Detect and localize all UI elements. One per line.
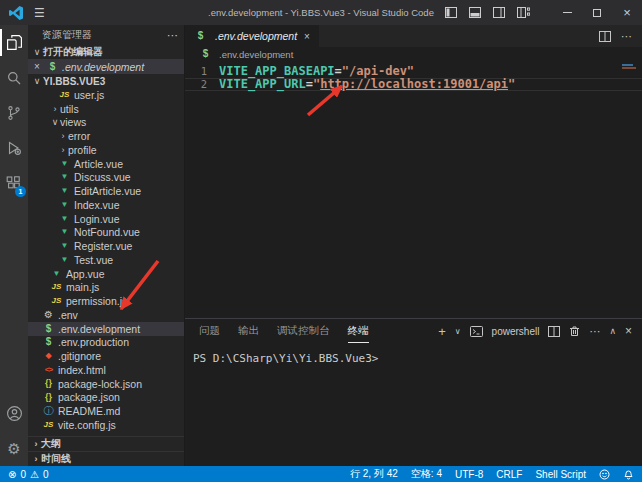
tab-env-development[interactable]: $ .env.development × [185,25,319,47]
tree-item-user.js[interactable]: JSuser.js [28,88,184,102]
tree-item-Article.vue[interactable]: ▼Article.vue [28,157,184,171]
file-label: Register.vue [74,240,132,252]
timeline-section[interactable]: › 时间线 [28,451,184,466]
json-file-icon: {} [42,379,55,388]
tree-item-main.js[interactable]: JSmain.js [28,281,184,295]
outline-section[interactable]: › 大纲 [28,436,184,451]
panel-more-actions-icon[interactable]: ⋯ [589,325,600,338]
source-control-icon[interactable] [0,95,28,130]
feedback-icon[interactable] [599,469,610,480]
run-debug-icon[interactable] [0,130,28,165]
tree-item-package.json[interactable]: {}package.json [28,391,184,405]
editor-tab-bar: $ .env.development × ⋯ [185,25,642,47]
close-tab-icon[interactable]: × [304,31,310,42]
tree-item-Register.vue[interactable]: ▼Register.vue [28,239,184,253]
tree-item-NotFound.vue[interactable]: ▼NotFound.vue [28,226,184,240]
tree-item-Index.vue[interactable]: ▼Index.vue [28,198,184,212]
panel-tab-bar: 问题输出调试控制台终端 + ∨ powershell ⋯ ∧ × [185,319,642,343]
code-line-2[interactable]: 2VITE_APP_URL="http://localhost:19001/ap… [185,78,642,92]
tree-item-error[interactable]: ›error [28,129,184,143]
shell-name[interactable]: powershell [492,326,540,337]
open-editor-item[interactable]: × $ .env.development [28,59,184,74]
tree-item-package-lock.json[interactable]: {}package-lock.json [28,377,184,391]
token-str: " [313,77,320,91]
terminal-dropdown-icon[interactable]: ∨ [455,327,461,336]
tree-item-EditArticle.vue[interactable]: ▼EditArticle.vue [28,184,184,198]
kill-terminal-trash-icon[interactable] [569,325,580,337]
menu-hamburger-icon[interactable]: ☰ [34,6,45,20]
vue-file-icon: ▼ [58,256,71,264]
vue-file-icon: ▼ [58,242,71,250]
customize-layout-icon[interactable] [517,7,530,18]
problems-status[interactable]: ⊗ 0 ⚠ 0 [8,469,48,480]
tree-item-Login.vue[interactable]: ▼Login.vue [28,212,184,226]
encoding[interactable]: UTF-8 [455,469,483,480]
maximize-button[interactable] [582,0,612,25]
toggle-sidebar-icon[interactable] [445,7,457,18]
open-editors-section[interactable]: ∨ 打开的编辑器 [28,45,184,59]
close-icon[interactable]: × [34,61,46,72]
search-icon[interactable] [0,60,28,95]
tree-item-.env.development[interactable]: $.env.development [28,322,184,336]
token-link: http://localhost:19001/api [320,77,508,91]
toggle-secondary-sidebar-icon[interactable] [493,7,505,18]
panel-tab-调试控制台[interactable]: 调试控制台 [277,319,330,343]
file-label: package.json [58,391,120,403]
close-panel-icon[interactable]: × [625,324,632,338]
tree-item-README.md[interactable]: ⓘREADME.md [28,404,184,418]
tree-item-index.html[interactable]: <>index.html [28,363,184,377]
notifications-bell-icon[interactable] [623,468,634,480]
toggle-panel-icon[interactable] [469,7,481,18]
close-window-button[interactable]: × [612,0,642,25]
tree-item-App.vue[interactable]: ▼App.vue [28,267,184,281]
project-section[interactable]: ∨ YI.BBS.VUE3 [28,74,184,88]
panel-tab-输出[interactable]: 输出 [238,319,259,343]
code-editor[interactable]: 1VITE_APP_BASEAPI="/api-dev"2VITE_APP_UR… [185,61,642,318]
settings-gear-icon[interactable]: ⚙ [0,431,28,466]
panel-tab-问题[interactable]: 问题 [199,319,220,343]
eol-sequence[interactable]: CRLF [496,469,522,480]
split-editor-icon[interactable] [599,31,611,42]
line-number: 2 [185,78,219,90]
chevron-right-icon: › [58,145,68,155]
window-controls: × [445,0,642,25]
new-terminal-icon[interactable]: + [438,324,446,339]
code-line-1[interactable]: 1VITE_APP_BASEAPI="/api-dev" [185,64,642,78]
tree-item-.env[interactable]: ⚙.env [28,308,184,322]
terminal-output[interactable]: PS D:\CSharp\Yi\Yi.BBS.Vue3> [185,343,642,365]
bottom-panel: 问题输出调试控制台终端 + ∨ powershell ⋯ ∧ × PS D:\C… [185,318,642,466]
tree-item-vite.config.js[interactable]: JSvite.config.js [28,418,184,432]
panel-tab-终端[interactable]: 终端 [348,319,369,343]
minimize-button[interactable] [552,0,582,25]
chevron-right-icon: › [31,454,41,464]
breadcrumb[interactable]: $ .env.development [185,47,642,61]
extensions-badge: 1 [15,186,26,197]
explorer-icon[interactable] [0,25,28,60]
tree-item-utils[interactable]: ›utils [28,102,184,116]
minimap[interactable] [620,63,640,69]
chevron-down-icon: ∨ [31,76,43,86]
extensions-icon[interactable]: 1 [0,165,28,200]
tree-item-Test.vue[interactable]: ▼Test.vue [28,253,184,267]
account-icon[interactable] [0,396,28,431]
token-str: " [508,77,515,91]
cursor-position[interactable]: 行 2, 列 42 [350,467,398,481]
split-terminal-icon[interactable] [548,326,560,337]
indentation[interactable]: 空格: 4 [411,467,442,481]
language-mode[interactable]: Shell Script [535,469,586,480]
file-tree: JSuser.js›utils∨views›error›profile▼Arti… [28,88,184,432]
tree-item-permission.js[interactable]: JSpermission.js [28,294,184,308]
tree-item-Discuss.vue[interactable]: ▼Discuss.vue [28,171,184,185]
file-label: Article.vue [74,158,123,170]
tree-item-views[interactable]: ∨views [28,116,184,130]
explorer-more-actions-icon[interactable]: ⋯ [167,29,178,42]
maximize-panel-icon[interactable]: ∧ [609,326,616,336]
tree-item-profile[interactable]: ›profile [28,143,184,157]
vue-file-icon: ▼ [58,201,71,209]
editor-more-actions-icon[interactable]: ⋯ [621,30,632,43]
tree-item-.env.production[interactable]: $.env.production [28,336,184,350]
git-file-icon: ◆ [42,352,55,360]
file-label: views [60,116,86,128]
file-label: vite.config.js [58,419,116,431]
tree-item-.gitignore[interactable]: ◆.gitignore [28,349,184,363]
